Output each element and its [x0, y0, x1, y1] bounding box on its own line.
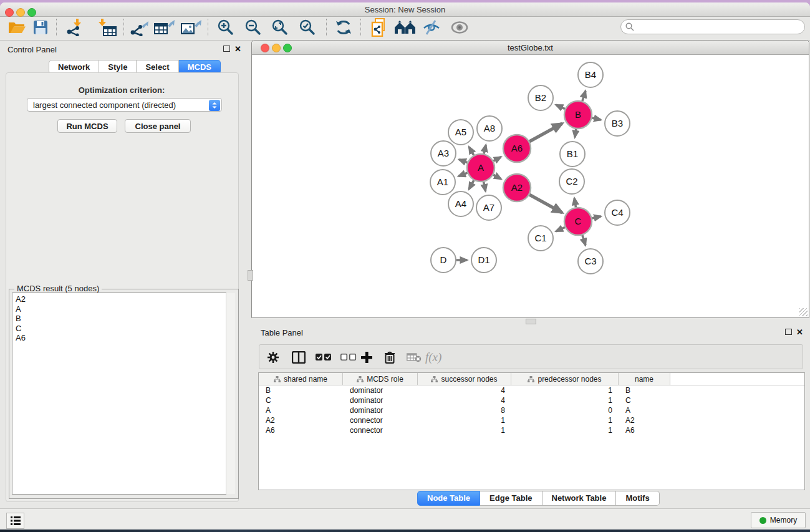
- edge-C-C1[interactable]: [556, 227, 565, 231]
- dropdown-spinner-icon[interactable]: [209, 100, 220, 111]
- edge-C-C4[interactable]: [592, 216, 600, 218]
- select-all-icon[interactable]: [316, 350, 332, 365]
- table-cell[interactable]: 1: [418, 425, 511, 435]
- table-cell[interactable]: 1: [511, 425, 619, 435]
- node-A[interactable]: A: [467, 154, 494, 181]
- node-D[interactable]: D: [431, 248, 456, 273]
- table-cell[interactable]: B: [259, 385, 343, 395]
- table-cell[interactable]: 1: [511, 395, 619, 405]
- show-column-icon[interactable]: [292, 350, 306, 365]
- edge-C-C2[interactable]: [574, 198, 576, 208]
- node-A2[interactable]: A2: [503, 174, 531, 201]
- table-cell[interactable]: A6: [619, 425, 670, 435]
- function-builder-icon[interactable]: f(x): [425, 350, 441, 365]
- task-history-button[interactable]: [6, 513, 24, 529]
- table-cell[interactable]: A: [619, 405, 670, 415]
- table-cell[interactable]: 0: [511, 405, 619, 415]
- import-network-icon[interactable]: [65, 18, 87, 37]
- show-all-icon[interactable]: [450, 18, 470, 37]
- table-cell[interactable]: A: [259, 405, 343, 415]
- edge-A-A6[interactable]: [493, 157, 501, 161]
- table-cell[interactable]: 8: [418, 405, 511, 415]
- window-resize-grip[interactable]: [799, 308, 808, 316]
- node-C[interactable]: C: [564, 208, 592, 235]
- deselect-all-icon[interactable]: [340, 350, 357, 365]
- table-options-icon[interactable]: [267, 350, 279, 365]
- node-table[interactable]: shared nameMCDS rolesuccessor nodesprede…: [258, 372, 805, 490]
- close-panel-button[interactable]: Close panel: [125, 119, 191, 133]
- column-header-shared-name[interactable]: shared name: [259, 373, 343, 385]
- zoom-out-icon[interactable]: [243, 18, 263, 37]
- control-panel-float-icon[interactable]: [223, 46, 230, 52]
- clone-network-icon[interactable]: [369, 18, 389, 37]
- zoom-fit-icon[interactable]: [270, 18, 290, 37]
- node-C2[interactable]: C2: [559, 169, 584, 194]
- table-cell[interactable]: 4: [418, 395, 511, 405]
- delete-table-icon[interactable]: [407, 350, 422, 365]
- table-cell[interactable]: 4: [418, 385, 511, 395]
- node-A5[interactable]: A5: [448, 120, 473, 145]
- node-B1[interactable]: B1: [560, 142, 585, 167]
- edge-A-A3[interactable]: [459, 160, 467, 163]
- node-A8[interactable]: A8: [477, 116, 502, 141]
- import-table-icon[interactable]: [96, 18, 118, 37]
- first-neighbors-icon[interactable]: [393, 18, 417, 37]
- table-cell[interactable]: 1: [511, 415, 619, 425]
- zoom-selected-icon[interactable]: [297, 18, 317, 37]
- node-B3[interactable]: B3: [605, 111, 630, 136]
- node-C1[interactable]: C1: [528, 226, 553, 251]
- node-D1[interactable]: D1: [471, 248, 496, 273]
- edge-A-A8[interactable]: [484, 145, 486, 153]
- result-item[interactable]: C: [16, 324, 226, 334]
- table-cell[interactable]: A2: [619, 415, 670, 425]
- table-panel-float-icon[interactable]: [785, 329, 792, 335]
- export-image-icon[interactable]: [180, 18, 203, 37]
- table-cell[interactable]: dominator: [343, 385, 418, 395]
- result-list-scrollbar[interactable]: [226, 293, 235, 494]
- table-cell[interactable]: A6: [259, 425, 343, 435]
- table-cell[interactable]: B: [619, 385, 670, 395]
- tab-motifs[interactable]: Motifs: [616, 491, 659, 506]
- criterion-dropdown[interactable]: largest connected component (directed): [27, 98, 222, 112]
- edge-B-B1[interactable]: [575, 129, 576, 138]
- edge-A-A5[interactable]: [469, 147, 474, 155]
- column-header-MCDS-role[interactable]: MCDS role: [343, 373, 418, 385]
- column-header-name[interactable]: name: [619, 373, 670, 385]
- table-panel-close-icon[interactable]: ✕: [796, 327, 803, 337]
- edge-A-A7[interactable]: [484, 182, 486, 191]
- memory-button[interactable]: Memory: [751, 512, 806, 528]
- result-item[interactable]: B: [16, 314, 226, 324]
- table-cell[interactable]: connector: [343, 415, 418, 425]
- table-cell[interactable]: 1: [511, 385, 619, 395]
- edge-B-B2[interactable]: [556, 105, 565, 109]
- table-cell[interactable]: dominator: [343, 405, 418, 415]
- run-mcds-button[interactable]: Run MCDS: [57, 119, 117, 133]
- search-input[interactable]: [620, 19, 805, 34]
- tab-network-table[interactable]: Network Table: [542, 491, 617, 506]
- table-row[interactable]: A6connector11A6: [259, 425, 804, 435]
- edge-B-B4[interactable]: [582, 91, 586, 101]
- node-C4[interactable]: C4: [605, 200, 630, 225]
- vertical-splitter-handle[interactable]: [526, 319, 536, 324]
- node-B2[interactable]: B2: [528, 85, 553, 110]
- result-item[interactable]: A2: [16, 294, 226, 304]
- tab-node-table[interactable]: Node Table: [417, 491, 480, 506]
- table-row[interactable]: A2connector11A2: [259, 415, 804, 425]
- save-session-icon[interactable]: [31, 18, 51, 37]
- table-cell[interactable]: dominator: [343, 395, 418, 405]
- table-cell[interactable]: C: [259, 395, 343, 405]
- table-cell[interactable]: A2: [259, 415, 343, 425]
- node-A4[interactable]: A4: [448, 191, 473, 216]
- table-cell[interactable]: 1: [418, 415, 511, 425]
- node-A1[interactable]: A1: [430, 170, 455, 195]
- edge-B-B3[interactable]: [592, 118, 600, 120]
- table-row[interactable]: Cdominator41C: [259, 395, 804, 405]
- node-B[interactable]: B: [564, 101, 592, 128]
- table-row[interactable]: Bdominator41B: [259, 385, 804, 395]
- edge-C-C3[interactable]: [582, 235, 586, 245]
- result-item[interactable]: A: [16, 304, 226, 314]
- node-B4[interactable]: B4: [578, 62, 603, 87]
- add-row-icon[interactable]: [361, 350, 372, 365]
- node-A7[interactable]: A7: [476, 195, 501, 220]
- network-graph-canvas[interactable]: B4B2BB3A8A5A6B1A3AC2A1A2A4A7C4CC1C3DD1: [252, 54, 809, 317]
